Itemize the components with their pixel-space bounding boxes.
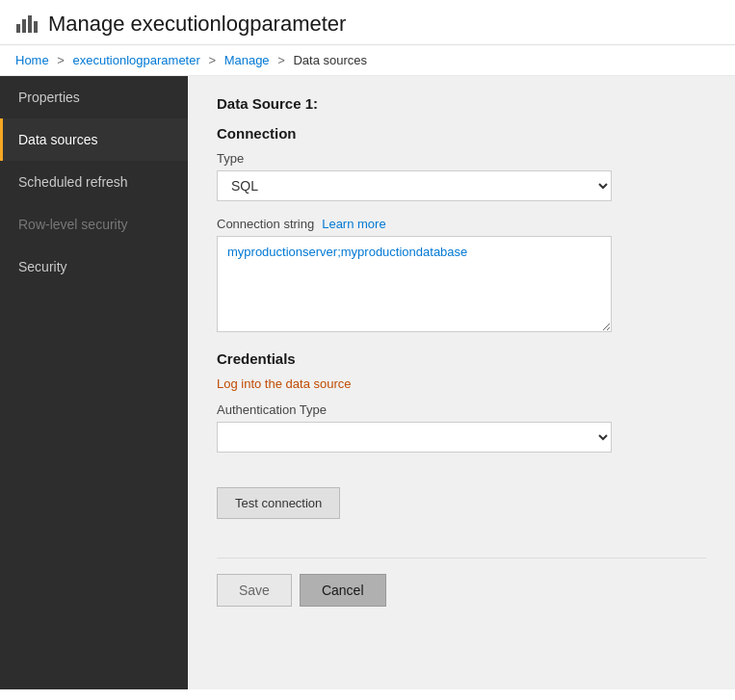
- svg-rect-2: [28, 15, 32, 33]
- sidebar-item-datasources[interactable]: Data sources: [0, 118, 188, 161]
- sidebar-item-scheduled-refresh[interactable]: Scheduled refresh: [0, 161, 188, 203]
- sidebar: Properties Data sources Scheduled refres…: [0, 76, 188, 689]
- chart-icon: [15, 13, 39, 37]
- main-content: Data Source 1: Connection Type SQL OData…: [188, 76, 735, 689]
- header: Manage executionlogparameter: [0, 0, 735, 45]
- connection-title: Connection: [217, 125, 706, 142]
- auth-type-select[interactable]: Windows Basic None: [217, 422, 612, 453]
- sidebar-item-row-level-security[interactable]: Row-level security: [0, 203, 188, 246]
- breadcrumb: Home > executionlogparameter > Manage > …: [0, 45, 735, 76]
- layout: Properties Data sources Scheduled refres…: [0, 76, 735, 689]
- connection-string-input[interactable]: myproductionserver;myproductiondatabase: [217, 236, 612, 332]
- connection-string-group: Connection string Learn more myproductio…: [217, 217, 706, 335]
- datasource-title: Data Source 1:: [217, 95, 706, 112]
- page-title: Manage executionlogparameter: [48, 12, 346, 37]
- type-group: Type SQL OData Excel CSV: [217, 151, 706, 201]
- auth-type-group: Authentication Type Windows Basic None: [217, 402, 706, 453]
- bottom-buttons: Save Cancel: [217, 557, 706, 607]
- svg-rect-3: [34, 21, 38, 33]
- login-label[interactable]: Log into the data source: [217, 376, 706, 391]
- credentials-title: Credentials: [217, 350, 706, 367]
- connection-string-label-row: Connection string Learn more: [217, 217, 706, 231]
- type-select[interactable]: SQL OData Excel CSV: [217, 170, 612, 201]
- breadcrumb-home[interactable]: Home: [15, 53, 49, 67]
- save-button[interactable]: Save: [217, 574, 292, 607]
- connection-string-label: Connection string: [217, 217, 314, 231]
- svg-rect-1: [22, 19, 26, 33]
- breadcrumb-manage[interactable]: Manage: [224, 53, 270, 67]
- auth-type-label: Authentication Type: [217, 402, 706, 417]
- sidebar-item-properties[interactable]: Properties: [0, 76, 188, 118]
- learn-more-link[interactable]: Learn more: [322, 217, 385, 231]
- sidebar-item-security[interactable]: Security: [0, 246, 188, 288]
- breadcrumb-report[interactable]: executionlogparameter: [73, 53, 200, 67]
- test-connection-button[interactable]: Test connection: [217, 487, 340, 519]
- cancel-button[interactable]: Cancel: [300, 574, 386, 607]
- svg-rect-0: [16, 24, 20, 33]
- type-label: Type: [217, 151, 706, 166]
- breadcrumb-current: Data sources: [293, 53, 367, 67]
